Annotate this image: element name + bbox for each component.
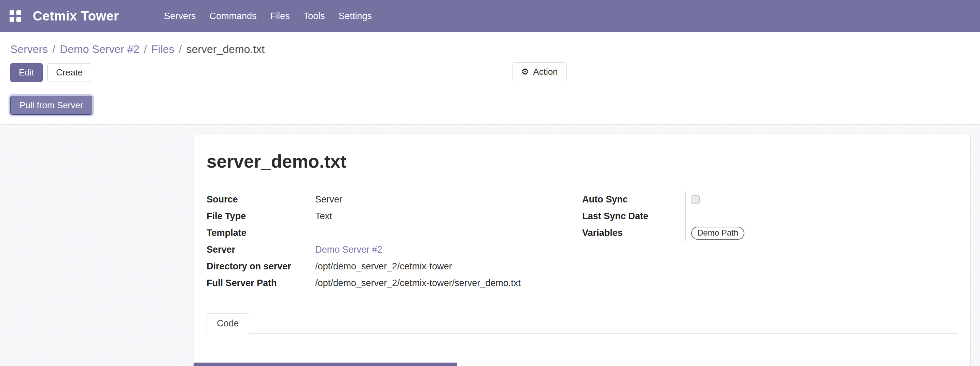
field-row-server: Server Demo Server #2 xyxy=(207,241,582,258)
nav-item-files[interactable]: Files xyxy=(263,0,296,32)
breadcrumb: Servers / Demo Server #2 / Files / serve… xyxy=(0,32,980,58)
breadcrumb-link-demo-server-2[interactable]: Demo Server #2 xyxy=(60,43,139,56)
tab-code[interactable]: Code xyxy=(207,313,249,334)
field-row-variables: Variables Demo Path xyxy=(582,224,958,241)
gear-icon: ⚙ xyxy=(521,67,529,77)
field-label-template: Template xyxy=(207,228,315,238)
field-label-directory: Directory on server xyxy=(207,261,315,272)
breadcrumb-link-servers[interactable]: Servers xyxy=(10,43,48,56)
create-button[interactable]: Create xyxy=(48,63,91,82)
nav-item-servers[interactable]: Servers xyxy=(157,0,202,32)
field-label-full-path: Full Server Path xyxy=(207,278,315,288)
field-value-file-type: Text xyxy=(315,211,582,221)
auto-sync-checkbox[interactable] xyxy=(691,195,700,204)
field-label-source: Source xyxy=(207,194,315,205)
field-value-directory: /opt/demo_server_2/cetmix-tower xyxy=(315,261,582,272)
apps-grid-square xyxy=(16,10,21,15)
field-label-auto-sync: Auto Sync xyxy=(582,194,685,205)
record-title: server_demo.txt xyxy=(207,151,958,172)
nav-item-settings[interactable]: Settings xyxy=(332,0,379,32)
pull-from-server-button[interactable]: Pull from Server xyxy=(10,96,92,115)
form-sheet: server_demo.txt Source Server File Type … xyxy=(194,135,971,366)
field-value-source: Server xyxy=(315,194,582,205)
field-value-full-path: /opt/demo_server_2/cetmix-tower/server_d… xyxy=(315,278,582,288)
control-panel-buttons: Edit Create ⚙ Action xyxy=(0,58,980,88)
field-row-source: Source Server xyxy=(207,191,582,208)
field-row-full-path: Full Server Path /opt/demo_server_2/cetm… xyxy=(207,275,582,291)
field-label-file-type: File Type xyxy=(207,211,315,221)
top-navbar: Cetmix Tower Servers Commands Files Tool… xyxy=(0,0,980,32)
notebook: Code xyxy=(207,313,958,366)
code-tab-content xyxy=(207,334,958,366)
variable-tag-demo-path: Demo Path xyxy=(691,227,745,240)
control-panel: Servers / Demo Server #2 / Files / serve… xyxy=(0,32,980,125)
nav-item-tools[interactable]: Tools xyxy=(296,0,332,32)
field-groups: Source Server File Type Text Template Se… xyxy=(207,191,958,291)
breadcrumb-link-files[interactable]: Files xyxy=(151,43,175,56)
form-view-background: server_demo.txt Source Server File Type … xyxy=(0,125,980,366)
field-label-last-sync-date: Last Sync Date xyxy=(582,211,685,221)
field-label-server: Server xyxy=(207,245,315,255)
field-row-file-type: File Type Text xyxy=(207,208,582,224)
action-menu-button[interactable]: ⚙ Action xyxy=(512,62,566,81)
action-menu-label: Action xyxy=(533,67,558,77)
code-editor-top-strip xyxy=(194,363,457,366)
apps-grid-square xyxy=(16,17,21,22)
main-menu: Servers Commands Files Tools Settings xyxy=(157,0,379,32)
field-row-directory: Directory on server /opt/demo_server_2/c… xyxy=(207,258,582,275)
nav-item-commands[interactable]: Commands xyxy=(202,0,263,32)
edit-button[interactable]: Edit xyxy=(10,63,43,82)
field-row-template: Template xyxy=(207,224,582,241)
breadcrumb-separator: / xyxy=(144,43,147,56)
apps-grid-icon[interactable] xyxy=(10,10,21,22)
field-value-last-sync-date xyxy=(685,208,958,224)
apps-grid-square xyxy=(10,10,14,15)
field-label-variables: Variables xyxy=(582,228,685,238)
statusbar: Pull from Server xyxy=(0,88,980,125)
app-brand[interactable]: Cetmix Tower xyxy=(33,9,119,24)
breadcrumb-current: server_demo.txt xyxy=(186,43,264,56)
notebook-tabs: Code xyxy=(207,313,958,334)
breadcrumb-separator: / xyxy=(179,43,182,56)
apps-grid-square xyxy=(10,17,14,22)
field-group-left: Source Server File Type Text Template Se… xyxy=(207,191,582,291)
field-group-right: Auto Sync Last Sync Date Variables Demo … xyxy=(582,191,958,291)
field-value-server-link[interactable]: Demo Server #2 xyxy=(315,245,382,255)
breadcrumb-separator: / xyxy=(52,43,55,56)
field-row-auto-sync: Auto Sync xyxy=(582,191,958,208)
field-row-last-sync-date: Last Sync Date xyxy=(582,208,958,224)
